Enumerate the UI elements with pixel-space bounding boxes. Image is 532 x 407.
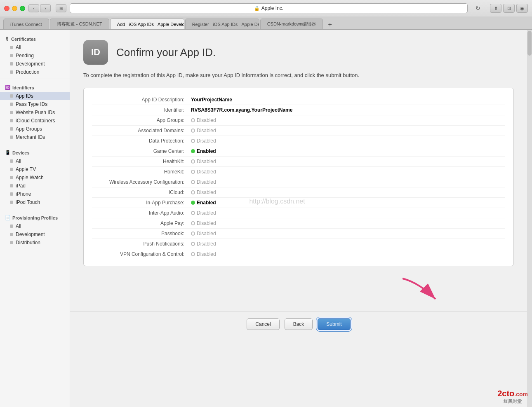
- nav-buttons: ‹ ›: [28, 4, 51, 12]
- sidebar-item-website-push-ids[interactable]: Website Push IDs: [0, 108, 70, 117]
- divider: [0, 144, 70, 144]
- sidebar-item-provisioning-development[interactable]: Development: [0, 230, 70, 239]
- info-row-app-groups: App Groups: Disabled: [92, 115, 505, 126]
- tab-csdn-markdown[interactable]: CSDN-markdown编辑器: [260, 19, 323, 29]
- new-tab-button[interactable]: +: [325, 20, 334, 29]
- sidebar-item-cert-production[interactable]: Production: [0, 68, 70, 76]
- sidebar-item-app-ids[interactable]: App IDs: [0, 92, 70, 100]
- info-row-push-notifications: Push Notifications: Disabled: [92, 239, 505, 249]
- bullet-icon: [10, 94, 13, 98]
- sidebar-item-app-groups[interactable]: App Groups: [0, 125, 70, 133]
- bullet-icon: [10, 168, 13, 171]
- identifiers-label: Identifiers: [12, 85, 34, 90]
- sidebar: 🎖 Certificates All Pending Development P…: [0, 30, 70, 407]
- sidebar-item-iphone[interactable]: iPhone: [0, 190, 70, 198]
- sidebar-item-apple-watch[interactable]: Apple Watch: [0, 173, 70, 182]
- close-button[interactable]: [4, 6, 9, 11]
- field-value: Disabled: [191, 128, 216, 133]
- window-mode-button[interactable]: ⊞: [56, 4, 66, 12]
- browser-actions: ⬆ ⊡ ◉: [490, 4, 528, 13]
- info-row-data-protection: Data Protection: Disabled: [92, 136, 505, 146]
- bullet-icon: [10, 201, 13, 204]
- field-label: HealthKit:: [92, 159, 191, 164]
- id-icon: ID: [83, 40, 108, 65]
- address-bar[interactable]: 🔒 Apple Inc.: [70, 3, 468, 13]
- field-label: App Groups:: [92, 117, 191, 123]
- field-label: VPN Configuration & Control:: [92, 251, 191, 257]
- bullet-icon: [10, 184, 13, 187]
- sidebar-item-pass-type-ids[interactable]: Pass Type IDs: [0, 100, 70, 108]
- info-row-wireless: Wireless Accessory Configuration: Disabl…: [92, 177, 505, 187]
- sidebar-item-apple-tv[interactable]: Apple TV: [0, 165, 70, 173]
- reload-button[interactable]: ↻: [473, 4, 483, 12]
- scrollbar-track[interactable]: [527, 30, 532, 407]
- forward-nav-button[interactable]: ›: [40, 4, 51, 12]
- disabled-dot: [191, 180, 195, 184]
- info-row-vpn: VPN Configuration & Control: Disabled: [92, 249, 505, 259]
- sidebar-item-ipod-touch[interactable]: iPod Touch: [0, 198, 70, 206]
- browser-chrome: ‹ › ⊞ 🔒 Apple Inc. ↻ ⬆ ⊡ ◉ iTunes Connec…: [0, 0, 532, 30]
- disabled-dot: [191, 221, 195, 225]
- sidebar-item-provisioning-all[interactable]: All: [0, 222, 70, 230]
- content-area: ID Confirm your App ID. To complete the …: [70, 30, 527, 407]
- sidebar-item-merchant-ids[interactable]: Merchant IDs: [0, 133, 70, 141]
- field-value: Enabled: [191, 200, 216, 206]
- tab-register-ios-app-ids[interactable]: Register - iOS App IDs - Apple Developer: [185, 19, 259, 29]
- disabled-dot: [191, 170, 195, 174]
- field-value: RVSA8S3F7R.com.ayang.YourProjectName: [191, 107, 292, 113]
- info-row-homekit: HomeKit: Disabled: [92, 167, 505, 177]
- icloud-containers-label: iCloud Containers: [16, 118, 55, 124]
- tab-csdn[interactable]: 博客频道 - CSDN.NET: [50, 19, 109, 29]
- bullet-icon: [10, 111, 13, 114]
- field-value: Disabled: [191, 241, 216, 247]
- sidebar-item-cert-pending[interactable]: Pending: [0, 51, 70, 60]
- info-row-identifier: Identifier: RVSA8S3F7R.com.ayang.YourPro…: [92, 105, 505, 115]
- sidebar-item-icloud-containers[interactable]: iCloud Containers: [0, 117, 70, 125]
- devices-all-label: All: [16, 158, 21, 164]
- field-label: Wireless Accessory Configuration:: [92, 179, 191, 185]
- field-value: Enabled: [191, 148, 216, 154]
- back-button[interactable]: Back: [285, 318, 313, 330]
- page-title: Confirm your App ID.: [116, 46, 216, 59]
- scrollbar-thumb[interactable]: [527, 31, 532, 56]
- provisioning-icon: 📄: [5, 215, 11, 220]
- identifiers-icon: 🆔: [5, 85, 11, 90]
- cert-production-label: Production: [16, 69, 39, 75]
- disabled-dot: [191, 190, 195, 194]
- maximize-button[interactable]: [20, 6, 25, 11]
- submit-button[interactable]: Submit: [318, 318, 350, 330]
- sidebar-item-cert-development[interactable]: Development: [0, 60, 70, 68]
- back-nav-button[interactable]: ‹: [28, 4, 39, 12]
- user-button[interactable]: ◉: [516, 4, 528, 13]
- field-label: Push Notifications:: [92, 241, 191, 247]
- bullet-icon: [10, 119, 13, 122]
- field-label: In-App Purchase:: [92, 200, 191, 206]
- page-footer: Cancel Back Submit: [70, 311, 527, 337]
- content-body: To complete the registration of this App…: [70, 71, 527, 274]
- provisioning-label: Provisioning Profiles: [12, 215, 58, 220]
- apple-watch-label: Apple Watch: [16, 175, 44, 180]
- certificates-icon: 🎖: [5, 37, 9, 42]
- provisioning-development-label: Development: [16, 232, 45, 237]
- field-value: YourProjectName: [191, 97, 232, 103]
- minimize-button[interactable]: [12, 6, 17, 11]
- cancel-button[interactable]: Cancel: [247, 318, 279, 330]
- info-row-healthkit: HealthKit: Disabled: [92, 157, 505, 167]
- app-ids-label: App IDs: [16, 93, 33, 99]
- enabled-dot: [191, 201, 195, 205]
- provisioning-section-header: 📄 Provisioning Profiles: [0, 212, 70, 222]
- sidebar-item-provisioning-distribution[interactable]: Distribution: [0, 239, 70, 247]
- sidebar-item-ipad[interactable]: iPad: [0, 182, 70, 190]
- share-button[interactable]: ⬆: [490, 4, 501, 13]
- field-value: Disabled: [191, 189, 216, 195]
- tab-itunes-connect[interactable]: iTunes Connect: [3, 19, 49, 29]
- bullet-icon: [10, 225, 13, 228]
- tab-add-ios-app-ids[interactable]: Add - iOS App IDs - Apple Developer: [110, 19, 184, 29]
- tab-overview-button[interactable]: ⊡: [503, 4, 515, 13]
- sidebar-item-devices-all[interactable]: All: [0, 157, 70, 165]
- info-row-icloud: iCloud: Disabled: [92, 187, 505, 198]
- arrow-annotation: [83, 274, 514, 311]
- field-value: Disabled: [191, 220, 216, 226]
- sidebar-item-cert-all[interactable]: All: [0, 43, 70, 51]
- field-value: Disabled: [191, 117, 216, 123]
